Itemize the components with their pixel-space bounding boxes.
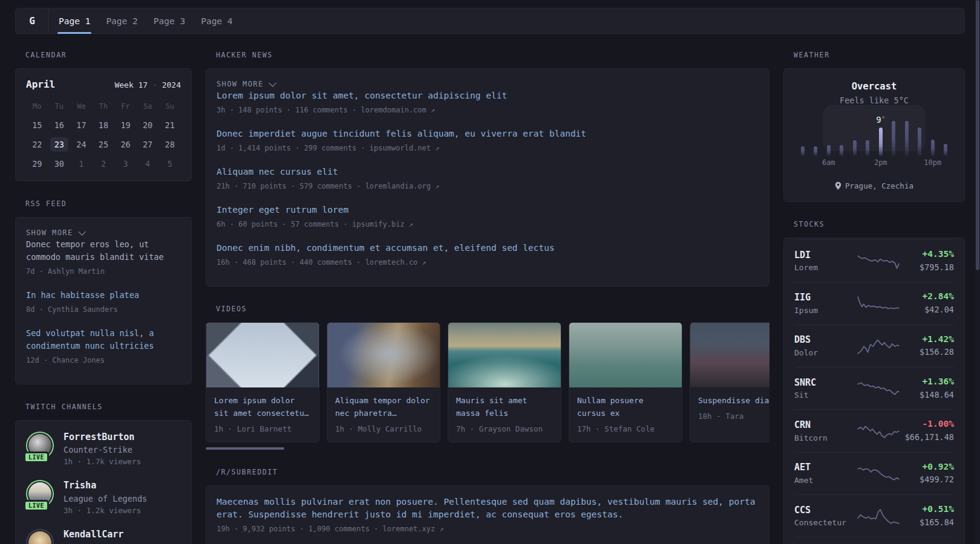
twitch-channel-row[interactable]: LIVE Trisha League of Legends 3h · 1.2k …	[26, 479, 181, 517]
calendar-day: 3	[114, 157, 137, 171]
video-title[interactable]: Lorem ipsum dolor sit amet consectetu…	[214, 395, 311, 420]
video-meta: 7h · Grayson Dawson	[456, 424, 553, 433]
live-badge: LIVE	[24, 452, 49, 463]
page-tab[interactable]: Page 2	[105, 8, 139, 33]
calendar-day-number: 5	[161, 157, 179, 171]
hn-story: Lorem ipsum dolor sit amet, consectetur …	[217, 89, 759, 115]
stock-sparkline	[857, 295, 900, 312]
twitch-channel-row[interactable]: LIVE ForrestBurton Counter-Strike 1h · 1…	[26, 430, 181, 468]
weather-bar	[814, 146, 817, 156]
stock-row[interactable]: IIG Ipsum +2.84% $42.04	[794, 282, 954, 324]
stock-sparkline	[857, 253, 900, 270]
calendar-card: April Week 17 · 2024 MoTuWeThFrSaSu 15 1…	[15, 68, 192, 181]
hn-story-meta: 21h · 710 points · 579 comments · loreml…	[217, 181, 759, 192]
stock-change: -1.00%	[904, 418, 954, 431]
weather-condition: Overcast	[794, 81, 955, 92]
hn-story: Integer eget rutrum lorem 6h · 60 points…	[217, 204, 759, 230]
stock-row[interactable]: LDI Lorem +4.35% $795.18	[794, 239, 954, 282]
video-card[interactable]: Nullam posuere cursus ex 17h · Stefan Co…	[569, 322, 682, 442]
video-title[interactable]: Suspendisse diam	[698, 395, 769, 407]
stock-row[interactable]: DBS Dolor +1.42% $156.28	[794, 325, 954, 367]
twitch-channel-row[interactable]: LIVE KendallCarr	[26, 528, 181, 544]
hn-story: Donec enim nibh, condimentum et accumsan…	[217, 242, 759, 268]
stock-sparkline	[857, 423, 900, 439]
stock-price: $42.04	[904, 303, 954, 317]
calendar-day: 28	[158, 137, 181, 152]
page-tab[interactable]: Page 1	[57, 8, 91, 33]
stock-sparkline	[857, 508, 900, 525]
left-column: CALENDAR April Week 17 · 2024 MoTuWeThFr…	[15, 51, 192, 544]
calendar-year: 2024	[162, 80, 181, 89]
video-card[interactable]: Aliquam tempor dolor nec pharetra… 1h · …	[327, 322, 440, 442]
rss-item-title[interactable]: Donec tempor eros leo, ut commodo mauris…	[26, 238, 181, 264]
top-nav: G Page 1 Page 2 Page 3 Page 4	[15, 8, 965, 34]
rss-item-title[interactable]: Sed volutpat nulla nisl, a condimentum n…	[26, 327, 181, 352]
calendar-day-number: 16	[50, 118, 68, 132]
twitch-channel-category: League of Legends	[64, 493, 147, 505]
hn-story-title[interactable]: Donec enim nibh, condimentum et accumsan…	[217, 242, 759, 254]
calendar-day-grid: 15 16 17 18 19 20 21	[26, 118, 181, 171]
weather-card: Overcast Feels like 5°C	[783, 68, 965, 202]
calendar-weekday: Mo	[26, 102, 48, 111]
video-thumbnail[interactable]	[569, 323, 682, 387]
stock-price: $499.72	[904, 473, 954, 487]
stock-price: $148.64	[904, 389, 954, 402]
hn-story-title[interactable]: Integer eget rutrum lorem	[217, 204, 759, 216]
weather-bar-cell: 6am	[822, 120, 835, 156]
dashboard-page: G Page 1 Page 2 Page 3 Page 4	[15, 8, 965, 544]
weather-location: Prague, Czechia	[845, 181, 913, 190]
stock-change: +2.84%	[904, 290, 954, 303]
weather-current-temp: 9°	[876, 115, 885, 125]
rss-show-more-button[interactable]: SHOW MORE	[26, 227, 83, 238]
hn-story-title[interactable]: Lorem ipsum dolor sit amet, consectetur …	[217, 89, 759, 102]
twitch-card: LIVE ForrestBurton Counter-Strike 1h · 1…	[15, 420, 192, 544]
stock-row[interactable]: CRN Bitcorn -1.00% $66,171.48	[794, 409, 954, 452]
video-thumbnail[interactable]	[327, 323, 440, 387]
calendar-weekday: We	[70, 102, 93, 111]
stock-ticker: CRN	[794, 418, 852, 432]
stock-row[interactable]: AHS +0.46%	[794, 537, 954, 544]
video-meta: 17h · Stefan Cole	[577, 424, 674, 433]
calendar-weekday: Sa	[137, 102, 159, 111]
twitch-avatar-ring: LIVE	[26, 480, 54, 508]
rss-show-more-label: SHOW MORE	[26, 228, 73, 237]
stock-ticker: LDI	[794, 248, 852, 262]
hn-show-more-button[interactable]: SHOW MORE	[217, 79, 274, 89]
stock-row[interactable]: CCS Consectetur +0.51% $165.84	[794, 494, 954, 537]
page-tab[interactable]: Page 3	[152, 8, 186, 33]
twitch-section-label: TWITCH CHANNELS	[25, 403, 192, 411]
videos-scrollbar-thumb[interactable]	[206, 447, 284, 450]
stock-id: CCS Consectetur	[794, 504, 852, 529]
stock-row[interactable]: SNRC Sit +1.36% $148.64	[794, 367, 954, 409]
calendar-day: 15	[26, 118, 48, 132]
video-card[interactable]: Suspendisse diam 18h · Tara	[690, 322, 769, 442]
middle-column: HACKER NEWS SHOW MORE Lorem ipsum dolor …	[206, 51, 769, 544]
calendar-day: 18	[93, 118, 115, 132]
twitch-channel-meta: 1h · 1.7k viewers	[64, 456, 141, 468]
calendar-day-number: 22	[28, 137, 46, 152]
video-card[interactable]: Lorem ipsum dolor sit amet consectetu… 1…	[206, 322, 319, 442]
subreddit-post-title[interactable]: Maecenas mollis pulvinar erat non posuer…	[217, 496, 759, 521]
calendar-week-number: 17	[139, 80, 148, 89]
video-meta: 1h · Molly Carrillo	[335, 424, 432, 433]
stock-row[interactable]: AET Amet +0.92% $499.72	[794, 452, 954, 494]
video-thumbnail[interactable]	[690, 323, 769, 387]
weather-bar	[931, 140, 935, 156]
calendar-day: 23	[48, 137, 71, 152]
video-card[interactable]: Mauris sit amet massa felis 7h · Grayson…	[448, 322, 561, 442]
video-title[interactable]: Mauris sit amet massa felis	[456, 395, 553, 420]
page-scrollbar-thumb[interactable]	[976, 0, 979, 270]
video-thumbnail[interactable]	[448, 323, 561, 387]
page-tab[interactable]: Page 4	[200, 8, 234, 33]
hn-story-title[interactable]: Aliquam nec cursus elit	[217, 166, 759, 178]
twitch-channel-name[interactable]: KendallCarr	[64, 528, 123, 542]
avatar	[28, 531, 51, 544]
stock-name: Dolor	[794, 347, 852, 359]
twitch-channel-name[interactable]: Trisha	[64, 479, 147, 493]
twitch-channel-name[interactable]: ForrestBurton	[64, 430, 141, 444]
video-title[interactable]: Aliquam tempor dolor nec pharetra…	[335, 395, 432, 420]
video-title[interactable]: Nullam posuere cursus ex	[577, 395, 674, 420]
video-thumbnail[interactable]	[206, 323, 319, 387]
hn-story-title[interactable]: Donec imperdiet augue tincidunt felis al…	[217, 128, 759, 140]
rss-item-title[interactable]: In hac habitasse platea	[26, 289, 181, 302]
